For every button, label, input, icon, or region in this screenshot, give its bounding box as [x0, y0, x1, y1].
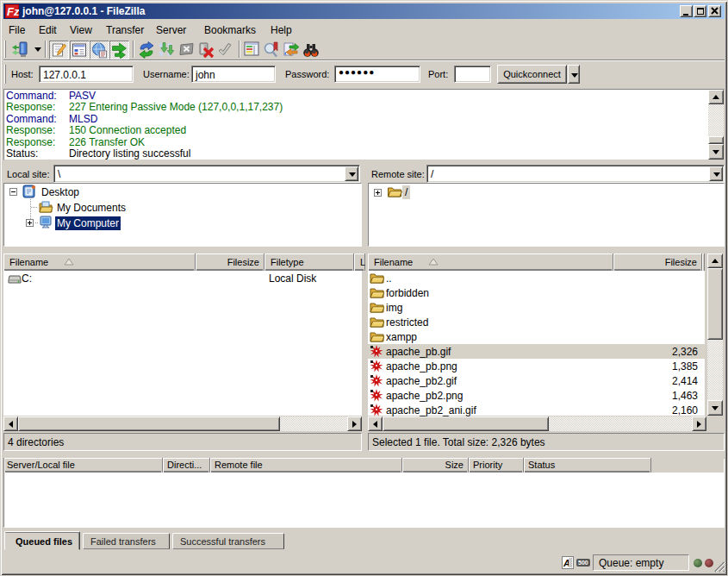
svg-text:Fz: Fz	[7, 5, 19, 18]
